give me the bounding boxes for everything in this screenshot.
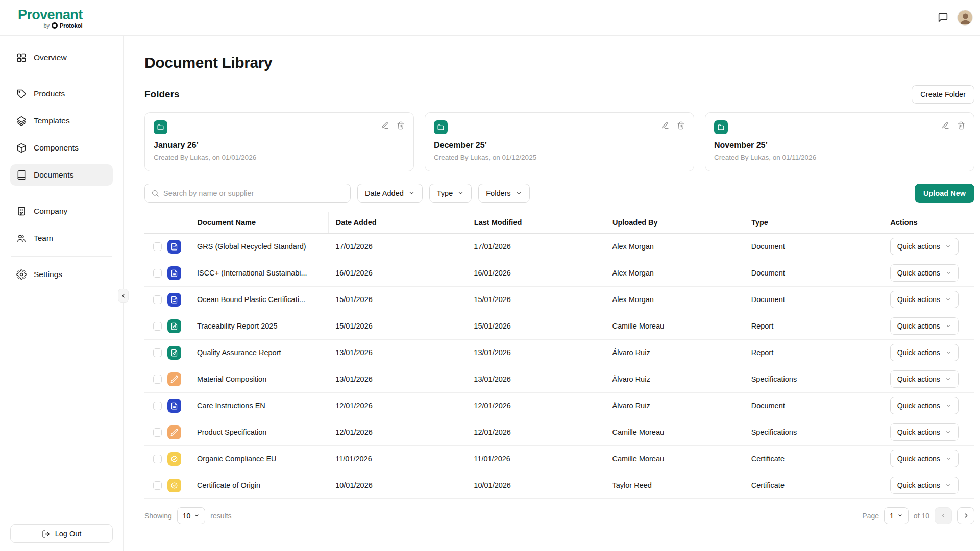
- row-checkbox[interactable]: [153, 269, 162, 278]
- delete-folder-button[interactable]: [957, 121, 965, 130]
- of-total-label: of 10: [914, 512, 929, 520]
- row-checkbox[interactable]: [153, 322, 162, 331]
- create-folder-button[interactable]: Create Folder: [912, 85, 974, 104]
- next-page-button[interactable]: [957, 507, 974, 524]
- protokol-logo-icon: [52, 22, 58, 29]
- chevron-down-icon: [945, 243, 951, 249]
- quick-actions-button[interactable]: Quick actions: [890, 423, 959, 441]
- page-controls: Page 1 of 10: [862, 507, 974, 524]
- cell-type: Specifications: [744, 366, 883, 392]
- cell-uploaded-by: Álvaro Ruiz: [605, 339, 744, 366]
- cell-last-modified: 12/01/2026: [467, 392, 605, 419]
- quick-actions-button[interactable]: Quick actions: [890, 291, 959, 308]
- chevron-down-icon: [945, 296, 951, 303]
- sidebar-item-settings[interactable]: Settings: [10, 264, 113, 285]
- row-selection: [144, 346, 190, 360]
- sidebar-item-company[interactable]: Company: [10, 201, 113, 222]
- row-checkbox[interactable]: [153, 481, 162, 490]
- row-checkbox[interactable]: [153, 242, 162, 251]
- delete-folder-button[interactable]: [397, 121, 405, 130]
- folder-card[interactable]: November 25’ Created By Lukas, on 01/11/…: [705, 112, 974, 171]
- sidebar-item-overview[interactable]: Overview: [10, 47, 113, 68]
- cell-document-name: Quality Assurance Report: [190, 339, 328, 366]
- filter-dropdown[interactable]: Date Added: [357, 184, 423, 203]
- quick-actions-label: Quick actions: [897, 322, 940, 330]
- folder-icon: [154, 120, 167, 134]
- quick-actions-button[interactable]: Quick actions: [890, 344, 959, 361]
- cell-last-modified: 15/01/2026: [467, 313, 605, 339]
- sidebar-collapse-button[interactable]: [118, 289, 129, 303]
- edit-folder-button[interactable]: [661, 121, 669, 130]
- cell-type: Document: [744, 286, 883, 313]
- tag-icon: [16, 89, 27, 99]
- doc-type-icon: [167, 319, 181, 333]
- quick-actions-button[interactable]: Quick actions: [890, 238, 959, 255]
- delete-folder-button[interactable]: [677, 121, 685, 130]
- row-selection: [144, 372, 190, 386]
- chevron-down-icon: [945, 456, 951, 462]
- row-checkbox[interactable]: [153, 402, 162, 410]
- table-row: Quality Assurance Report 13/01/2026 13/0…: [144, 339, 974, 366]
- column-header-type: Type: [744, 212, 883, 233]
- filter-dropdown[interactable]: Folders: [478, 184, 529, 203]
- filter-dropdown[interactable]: Type: [429, 184, 472, 203]
- cell-document-name: Traceability Report 2025: [190, 313, 328, 339]
- quick-actions-button[interactable]: Quick actions: [890, 264, 959, 282]
- row-checkbox[interactable]: [153, 428, 162, 437]
- cell-type: Report: [744, 313, 883, 339]
- gear-icon: [16, 269, 27, 280]
- sidebar-divider: [11, 76, 112, 76]
- cell-date-added: 10/01/2026: [328, 472, 467, 498]
- cell-actions: Quick actions: [883, 233, 974, 260]
- pencil-icon: [661, 121, 669, 130]
- folder-card[interactable]: January 26’ Created By Lukas, on 01/01/2…: [144, 112, 414, 171]
- page-number-dropdown[interactable]: 1: [884, 507, 909, 524]
- body-row: Overview Products Templates Componen: [0, 36, 980, 551]
- cell-type: Certificate: [744, 445, 883, 472]
- page-size-dropdown[interactable]: 10: [177, 507, 206, 524]
- brand-logo: Provenant by Protokol: [18, 7, 83, 29]
- folder-card[interactable]: December 25’ Created By Lukas, on 01/12/…: [425, 112, 694, 171]
- chat-button[interactable]: [936, 11, 950, 25]
- quick-actions-button[interactable]: Quick actions: [890, 370, 959, 388]
- chevron-left-icon: [940, 512, 947, 519]
- sidebar-item-products[interactable]: Products: [10, 83, 113, 105]
- sidebar-item-templates[interactable]: Templates: [10, 110, 113, 132]
- row-checkbox[interactable]: [153, 375, 162, 384]
- quick-actions-label: Quick actions: [897, 481, 940, 489]
- logout-button[interactable]: Log Out: [10, 524, 113, 543]
- row-selection: [144, 293, 190, 307]
- sidebar-item-documents[interactable]: Documents: [10, 164, 113, 186]
- row-checkbox[interactable]: [153, 348, 162, 357]
- cell-uploaded-by: Alex Morgan: [605, 260, 744, 286]
- edit-folder-button[interactable]: [941, 121, 949, 130]
- search-input[interactable]: [163, 189, 344, 197]
- quick-actions-button[interactable]: Quick actions: [890, 477, 959, 494]
- quick-actions-button[interactable]: Quick actions: [890, 397, 959, 414]
- sidebar-item-components[interactable]: Components: [10, 137, 113, 159]
- row-checkbox[interactable]: [153, 295, 162, 304]
- edit-folder-button[interactable]: [381, 121, 389, 130]
- previous-page-button[interactable]: [935, 507, 952, 524]
- building-icon: [16, 206, 27, 216]
- chevron-down-icon: [945, 429, 951, 435]
- logout-icon: [42, 530, 51, 538]
- cell-last-modified: 10/01/2026: [467, 472, 605, 498]
- cell-date-added: 16/01/2026: [328, 260, 467, 286]
- doc-type-icon: [167, 266, 181, 280]
- cell-document-name: Certificate of Origin: [190, 472, 328, 498]
- doc-type-icon: [167, 240, 181, 254]
- table-row: Ocean Bound Plastic Certificati... 15/01…: [144, 286, 974, 313]
- upload-new-button[interactable]: Upload New: [915, 184, 974, 203]
- cell-type: Certificate: [744, 472, 883, 498]
- row-selection: [144, 240, 190, 254]
- cell-document-name: Care Instructions EN: [190, 392, 328, 419]
- cell-date-added: 11/01/2026: [328, 445, 467, 472]
- user-avatar[interactable]: [957, 10, 973, 26]
- row-checkbox[interactable]: [153, 455, 162, 463]
- table-row: GRS (Global Recycled Standard) 17/01/202…: [144, 233, 974, 260]
- cell-actions: Quick actions: [883, 339, 974, 366]
- quick-actions-button[interactable]: Quick actions: [890, 450, 959, 467]
- quick-actions-button[interactable]: Quick actions: [890, 317, 959, 335]
- sidebar-item-team[interactable]: Team: [10, 228, 113, 249]
